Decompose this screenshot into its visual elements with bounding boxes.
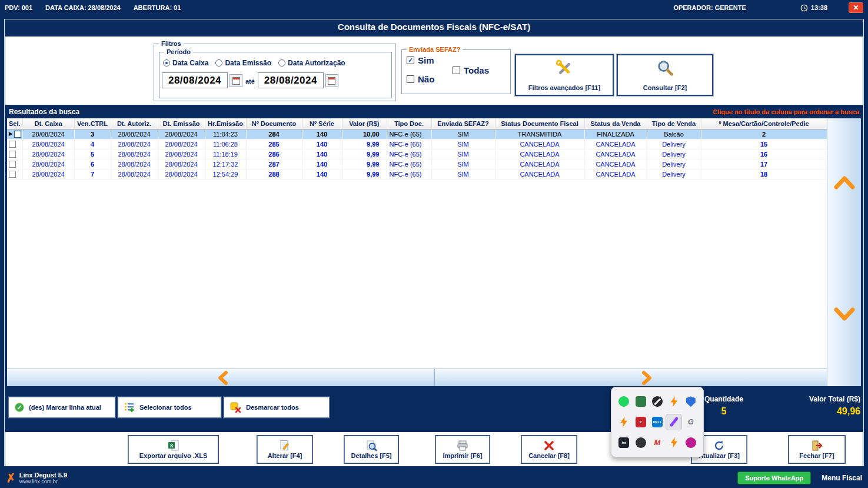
bolt-b-icon[interactable] <box>616 414 631 430</box>
date-from-input[interactable]: 28/08/2024 <box>162 72 228 88</box>
row-select-checkbox[interactable] <box>9 151 16 158</box>
scroll-up-button[interactable] <box>833 175 856 190</box>
advanced-filters-button[interactable]: Filtros avançados [F11] <box>515 54 614 96</box>
sphere-icon[interactable] <box>633 435 648 450</box>
pen-icon[interactable] <box>666 414 681 430</box>
cell: 28/08/2024 <box>111 139 158 149</box>
green-app-icon[interactable] <box>633 394 648 409</box>
magenta-icon[interactable] <box>683 435 699 450</box>
details-button[interactable]: Detalhes [F5] <box>344 436 398 463</box>
cell: 140 <box>302 169 342 179</box>
table-row[interactable]: 28/08/2024528/08/202428/08/202411:18:192… <box>7 149 827 159</box>
menu-fiscal-button[interactable]: Menu Fiscal <box>822 474 862 482</box>
results-header-row: Resultados da busca Clique no título da … <box>5 107 863 117</box>
column-header-0[interactable]: Sel. <box>7 118 22 129</box>
dell-icon[interactable]: DELL <box>650 414 665 430</box>
select-all-label: Selecionar todos <box>139 404 192 411</box>
system-tray-popup: XDELLGIntM <box>611 387 704 457</box>
cell: 5 <box>74 149 111 159</box>
cell: 288 <box>246 169 302 179</box>
toggle-current-row-label: (des) Marcar linha atual <box>29 404 101 411</box>
red-app-icon[interactable]: X <box>633 414 648 430</box>
edit-button[interactable]: Alterar [F4] <box>257 436 312 463</box>
cell: 28/08/2024 <box>111 169 158 179</box>
table-row[interactable]: 28/08/2024728/08/202428/08/202412:54:292… <box>7 169 827 179</box>
date-range-row: 28/08/2024 até 28/08/2024 <box>162 72 389 88</box>
total-label: Valor Total (R$) <box>777 395 860 403</box>
cell: 15 <box>701 139 827 149</box>
column-header-3[interactable]: Dt. Autoriz. <box>111 118 158 129</box>
shield-icon[interactable] <box>683 394 699 409</box>
horizontal-scrollbar[interactable] <box>7 369 827 386</box>
scroll-right-button[interactable] <box>639 370 654 386</box>
export-xls-button[interactable]: X Exportar arquivo .XLS <box>128 436 218 463</box>
consult-button[interactable]: Consultar [F2] <box>617 54 713 96</box>
column-header-6[interactable]: Nº Documento <box>246 118 302 129</box>
table-row[interactable]: ▶28/08/2024328/08/202428/08/202411:04:23… <box>7 129 827 139</box>
column-header-11[interactable]: Status Documento Fiscal <box>495 118 584 129</box>
g-icon[interactable]: G <box>683 414 699 430</box>
cell: CANCELADA <box>495 139 584 149</box>
radio-data-caixa[interactable]: Data Caixa <box>163 59 208 67</box>
m-glyph: M <box>654 438 661 447</box>
cell: NFC-e (65) <box>387 129 431 139</box>
cell: 285 <box>246 139 302 149</box>
cancel-button[interactable]: Cancelar [F8] <box>521 436 577 463</box>
deselect-all-button[interactable]: Desmarcar todos <box>224 397 330 418</box>
g-glyph: G <box>688 417 694 426</box>
vertical-scrollbar[interactable] <box>827 118 861 386</box>
close-button[interactable]: ✕ <box>849 2 863 13</box>
column-header-1[interactable]: Dt. Caixa <box>22 118 74 129</box>
page-title: Consulta de Documentos Fiscais (NFC-e/SA… <box>5 22 863 32</box>
column-header-13[interactable]: Tipo de Venda <box>647 118 701 129</box>
column-header-12[interactable]: Status da Venda <box>584 118 647 129</box>
cell: SIM <box>431 159 495 169</box>
scroll-down-button[interactable] <box>833 307 856 322</box>
cell: 28/08/2024 <box>22 129 74 139</box>
row-select-checkbox[interactable] <box>9 171 16 178</box>
radio-data-emissao-label: Data Emissão <box>225 59 271 67</box>
row-select-checkbox[interactable] <box>9 161 16 168</box>
bolt-c-icon[interactable] <box>666 435 681 450</box>
close-window-button[interactable]: Fechar [F7] <box>789 436 845 463</box>
checkbox-sim[interactable]: ✓ Sim <box>407 55 434 65</box>
bolt-a-icon[interactable] <box>666 394 681 409</box>
column-header-8[interactable]: Valor (R$) <box>342 118 387 129</box>
select-all-button[interactable]: Selecionar todos <box>118 397 221 418</box>
spotify-icon[interactable] <box>616 394 631 409</box>
table-row[interactable]: 28/08/2024428/08/202428/08/202411:06:282… <box>7 139 827 149</box>
row-select-checkbox[interactable] <box>14 131 21 138</box>
radio-data-emissao[interactable]: Data Emissão <box>215 59 271 67</box>
printer-icon <box>457 440 468 452</box>
advanced-filters-label: Filtros avançados [F11] <box>528 84 600 91</box>
column-header-9[interactable]: Tipo Doc. <box>387 118 431 129</box>
checkbox-todas[interactable]: Todas <box>453 65 489 75</box>
radio-data-autorizacao[interactable]: Data Autorização <box>278 59 345 67</box>
calendar-from-button[interactable] <box>230 74 242 87</box>
cell: 2 <box>701 129 827 139</box>
column-header-7[interactable]: Nº Série <box>302 118 342 129</box>
column-header-2[interactable]: Ven.CTRL <box>74 118 111 129</box>
column-header-14[interactable]: º Mesa/Cartão/Controle/Pedic <box>701 118 827 129</box>
cancel-label: Cancelar [F8] <box>528 452 570 459</box>
cell: 28/08/2024 <box>22 149 74 159</box>
cell: 28/08/2024 <box>22 139 74 149</box>
periodo-radio-row: Data Caixa Data Emissão Data Autorização <box>163 59 388 67</box>
toggle-current-row-button[interactable]: ✓ (des) Marcar linha atual <box>8 397 115 418</box>
column-header-10[interactable]: Enviada SEFAZ? <box>431 118 495 129</box>
int-icon[interactable]: Int <box>616 435 631 450</box>
cell: 16 <box>701 149 827 159</box>
whatsapp-support-button[interactable]: Suporte WhatsApp <box>737 472 811 484</box>
blocked-icon[interactable] <box>650 394 665 409</box>
scroll-left-button[interactable] <box>215 370 231 386</box>
table-row[interactable]: 28/08/2024628/08/202428/08/202412:17:322… <box>7 159 827 169</box>
row-select-checkbox[interactable] <box>9 141 16 148</box>
checkbox-nao[interactable]: Não <box>407 74 434 84</box>
column-header-5[interactable]: Hr.Emissão <box>205 118 246 129</box>
column-header-4[interactable]: Dt. Emissão <box>158 118 205 129</box>
m-icon[interactable]: M <box>650 435 665 450</box>
cell: TRANSMITIDA <box>495 129 584 139</box>
calendar-to-button[interactable] <box>325 74 338 87</box>
print-button[interactable]: Imprimir [F6] <box>435 436 490 463</box>
date-to-input[interactable]: 28/08/2024 <box>258 72 324 88</box>
